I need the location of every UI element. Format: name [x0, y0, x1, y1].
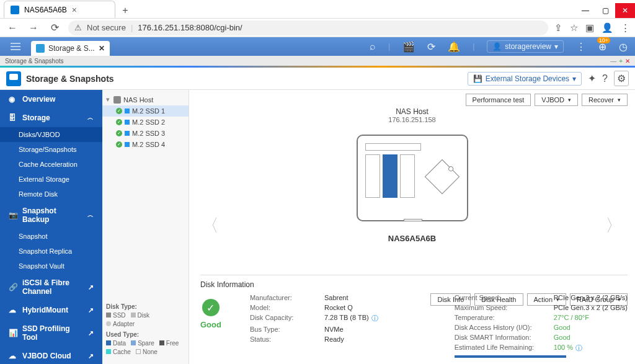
star-icon[interactable]: ☆ [570, 22, 578, 33]
external-storage-button[interactable]: 💾 External Storage Devices ▾ [468, 72, 582, 86]
back-button[interactable]: ← [5, 20, 20, 35]
ssd-icon [125, 131, 130, 136]
disk-info-heading: Disk Information [200, 280, 628, 289]
chevron-down-icon: ▾ [554, 42, 558, 51]
prev-arrow-icon[interactable]: 〈 [202, 214, 219, 237]
help-icon[interactable]: ? [602, 73, 608, 84]
device-ip: 176.16.251.158 [189, 116, 635, 123]
tree-disk-2[interactable]: ✓M.2 SSD 2 [102, 117, 189, 128]
sidebar-item-storage[interactable]: 🗄Storage︿ [0, 109, 102, 127]
extensions-icon[interactable]: ▣ [585, 22, 594, 33]
device-diagram [357, 135, 468, 221]
minimize-button[interactable]: — [575, 3, 595, 18]
chevron-down-icon: ▾ [618, 97, 621, 103]
ssd-icon [125, 109, 130, 113]
tree-disk-4[interactable]: ✓M.2 SSD 4 [102, 139, 189, 150]
favicon-icon [11, 6, 19, 14]
chevron-down-icon: ▾ [572, 74, 576, 83]
search-icon[interactable]: ⌕ [370, 41, 376, 52]
status-ok-icon: ✓ [116, 108, 122, 114]
sidebar-item-snapshot-vault[interactable]: Snapshot Vault [0, 259, 102, 273]
new-tab-button[interactable]: + [118, 3, 133, 18]
vjbod-button[interactable]: VJBOD▾ [535, 94, 578, 106]
share-icon[interactable]: ⇪ [554, 22, 562, 33]
sidebar-item-disks[interactable]: Disks/VJBOD [0, 127, 102, 142]
sidebar-item-ssd-profiling[interactable]: 📊SSD Profiling Tool↗ [0, 319, 102, 347]
storage-icon: 🗄 [9, 113, 17, 122]
check-icon: ✓ [202, 299, 220, 316]
dashboard-icon[interactable]: ⊕10+ [598, 41, 606, 53]
forward-button[interactable]: → [26, 20, 41, 35]
not-secure-label: Not secure [87, 23, 126, 32]
status-ok-icon: ✓ [116, 141, 122, 148]
menu-button[interactable] [0, 37, 31, 56]
iscsi-icon: 🔗 [9, 283, 17, 291]
window-close-icon[interactable]: ✕ [625, 58, 630, 64]
nas-icon [113, 96, 121, 104]
url-text: 176.16.251.158:8080/cgi-bin/ [138, 23, 242, 32]
disk-status: ✓ Good [200, 294, 231, 358]
sidebar-item-remote[interactable]: Remote Disk [0, 187, 102, 202]
bell-icon[interactable]: 🔔 [448, 41, 460, 53]
sidebar-item-snapshot-backup[interactable]: 📷Snapshot Backup︿ [0, 202, 102, 229]
status-ok-icon: ✓ [116, 130, 122, 136]
info-icon[interactable]: ⓘ [371, 314, 378, 323]
status-ok-icon: ✓ [116, 119, 122, 125]
refresh-icon[interactable]: ⟳ [427, 41, 435, 53]
user-menu[interactable]: 👤 storagereview ▾ [487, 40, 564, 53]
user-icon: 👤 [492, 42, 502, 51]
browser-tab[interactable]: NAS6A5A6B × [4, 1, 115, 18]
window-close-button[interactable]: ✕ [615, 3, 635, 18]
chevron-up-icon: ︿ [87, 211, 94, 220]
sidebar-item-hybridmount[interactable]: ☁HybridMount↗ [0, 301, 102, 319]
profile-icon[interactable]: 👤 [602, 22, 613, 33]
ssd-icon: 📊 [9, 329, 17, 337]
sidebar-item-vjbod-cloud[interactable]: ☁VJBOD Cloud↗ [0, 347, 102, 364]
tree-disk-3[interactable]: ✓M.2 SSD 3 [102, 128, 189, 139]
next-arrow-icon[interactable]: 〉 [605, 214, 623, 237]
sidebar-item-overview[interactable]: ◉Overview [0, 90, 102, 109]
life-bar [455, 355, 566, 358]
tree-nas-host[interactable]: ▾NAS Host [102, 94, 189, 105]
maximize-button[interactable]: ▢ [595, 3, 615, 18]
gauge-icon[interactable]: ◷ [619, 41, 628, 53]
tools-icon[interactable]: ✦ [588, 73, 596, 84]
external-link-icon: ↗ [88, 306, 94, 314]
sidebar-item-external[interactable]: External Storage [0, 172, 102, 187]
clapper-icon[interactable]: 🎬 [402, 41, 415, 53]
sidebar-item-iscsi[interactable]: 🔗iSCSI & Fibre Channel↗ [0, 273, 102, 301]
drive-icon: 💾 [473, 74, 482, 83]
page-title: Storage & Snapshots [26, 74, 114, 84]
sidebar-item-storage-snapshots[interactable]: Storage/Snapshots [0, 142, 102, 157]
tab-title: NAS6A5A6B [24, 6, 67, 14]
menu-icon[interactable]: ⋮ [621, 22, 630, 33]
sidebar-item-cache[interactable]: Cache Acceleration [0, 157, 102, 172]
sidebar-item-snapshot[interactable]: Snapshot [0, 229, 102, 244]
close-tab-icon[interactable]: × [72, 5, 77, 15]
external-link-icon: ↗ [88, 283, 94, 291]
tree-disk-1[interactable]: ✓M.2 SSD 1 [102, 105, 189, 117]
status-good: Good [200, 320, 221, 329]
external-storage-label: External Storage Devices [486, 74, 569, 83]
gear-icon[interactable]: ⚙ [614, 71, 629, 86]
window-min-icon[interactable]: — [610, 58, 616, 64]
breadcrumb: Storage & Snapshots [5, 58, 64, 64]
sidebar-item-snapshot-replica[interactable]: Snapshot Replica [0, 244, 102, 259]
hybrid-icon: ☁ [9, 306, 17, 314]
app-tab[interactable]: Storage & S... ✕ [31, 41, 110, 56]
info-icon[interactable]: ⓘ [575, 344, 582, 353]
reload-button[interactable]: ⟳ [47, 20, 62, 35]
recover-button[interactable]: Recover▾ [582, 94, 628, 106]
sidebar: ◉Overview 🗄Storage︿ Disks/VJBOD Storage/… [0, 90, 102, 364]
warning-icon: ⚠ [74, 23, 82, 32]
ssd-icon [125, 120, 130, 125]
cloud-icon: ☁ [9, 352, 17, 360]
window-max-icon[interactable]: + [619, 58, 623, 64]
close-app-tab-icon[interactable]: ✕ [99, 44, 105, 53]
app-tab-label: Storage & S... [48, 44, 95, 53]
performance-test-button[interactable]: Performance test [466, 94, 531, 106]
badge-count: 10+ [597, 37, 610, 43]
address-bar[interactable]: ⚠ Not secure | 176.16.251.158:8080/cgi-b… [68, 20, 548, 35]
more-icon[interactable]: ⋮ [576, 41, 586, 53]
disk-info-right: Current Speed:PCIe Gen.3 x 2 (2 GB/s) Ma… [455, 294, 628, 358]
